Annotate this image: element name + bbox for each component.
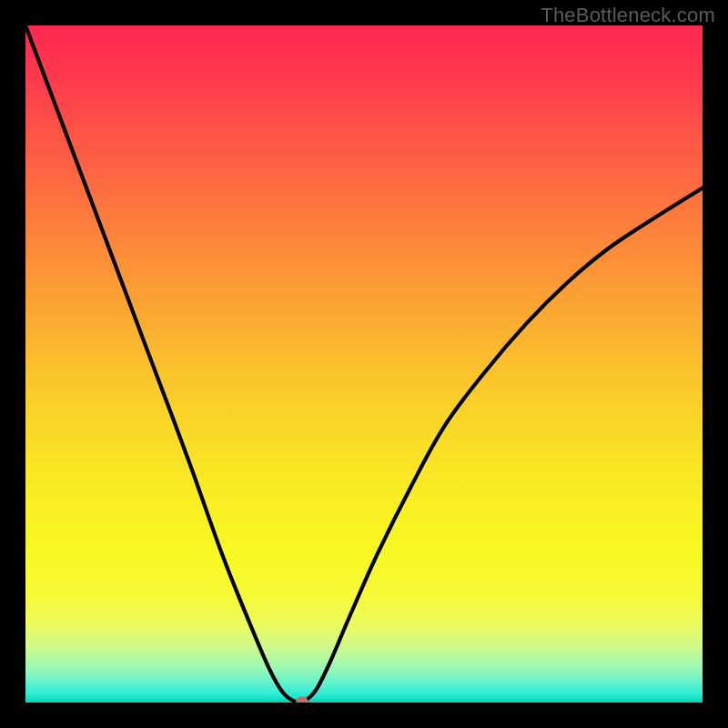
curve-path [25,25,703,703]
plot-area [25,25,703,703]
bottleneck-curve [25,25,703,703]
watermark-text: TheBottleneck.com [541,4,715,27]
minimum-marker [296,696,308,703]
chart-container: TheBottleneck.com [0,0,728,728]
